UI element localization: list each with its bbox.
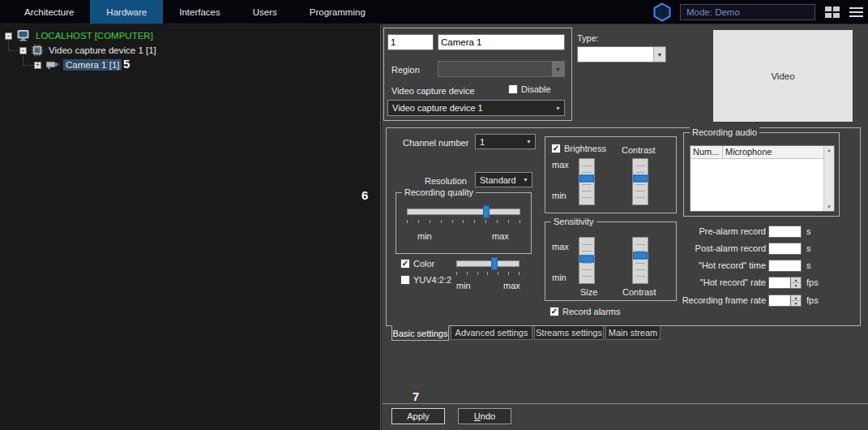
video-preview: Video — [713, 30, 853, 122]
type-label: Type: — [577, 33, 599, 43]
contrast-label: Contrast — [622, 145, 656, 155]
hot-record-rate-input[interactable] — [768, 277, 791, 289]
tab-programming[interactable]: Programming — [293, 0, 382, 24]
chevron-down-icon: ▼ — [653, 47, 665, 62]
record-alarms-checkbox-box[interactable] — [549, 307, 559, 316]
slider-handle[interactable] — [579, 174, 594, 182]
tab-advanced-settings[interactable]: Advanced settings — [451, 326, 532, 340]
region-select[interactable]: ▼ — [438, 61, 565, 77]
pre-alarm-record-label: Pre-alarm record — [649, 226, 766, 238]
expand-toggle[interactable]: + — [34, 62, 41, 69]
layout-grid-icon[interactable] — [824, 6, 840, 19]
chevron-down-icon: ▼ — [552, 101, 564, 115]
pre-alarm-record-unit: s — [806, 226, 811, 238]
tree-item-video-capture-device[interactable]: - Video capture device 1 [1] — [19, 44, 159, 57]
bc-max-label: max — [552, 160, 569, 170]
brightness-checkbox-box[interactable] — [551, 144, 561, 153]
column-header-number[interactable]: Num... — [691, 146, 723, 158]
spin-down-icon[interactable]: ▼ — [791, 300, 801, 306]
channel-number-select[interactable]: 1 ▼ — [475, 134, 536, 149]
tree-item-camera-1[interactable]: + Camera 1 [1] — [34, 58, 122, 71]
slider-ticks — [456, 272, 520, 275]
video-capture-device-label: Video capture device — [391, 86, 475, 96]
recording-frame-rate-label: Recording frame rate — [649, 295, 766, 307]
hot-record-rate-spinner[interactable]: ▲▼ — [791, 277, 802, 289]
collapse-toggle[interactable]: - — [5, 32, 12, 40]
hardware-tree-panel: - LOCALHOST [COMPUTER] - Video capture d… — [0, 24, 381, 430]
apply-button[interactable]: Apply — [391, 408, 445, 424]
undo-button[interactable]: Undo — [458, 408, 511, 424]
tab-hardware[interactable]: Hardware — [90, 0, 163, 24]
recording-frame-rate-input[interactable] — [768, 295, 791, 307]
tab-streams-settings[interactable]: Streams settings — [534, 326, 604, 340]
topbar-right-controls: Mode: Demo — [653, 0, 863, 24]
tab-main-stream[interactable]: Main stream — [605, 326, 661, 340]
tree-item-label[interactable]: LOCALHOST [COMPUTER] — [33, 30, 156, 41]
step-annotation-5: 5 — [123, 57, 130, 71]
channel-number-value: 1 — [476, 137, 523, 147]
disable-checkbox-label: Disable — [521, 84, 551, 94]
disable-checkbox-box[interactable] — [508, 84, 518, 94]
microphone-table-body[interactable] — [691, 159, 823, 211]
brightness-slider[interactable] — [579, 158, 595, 205]
tab-architecture[interactable]: Architecture — [8, 0, 90, 24]
recording-frame-rate-unit: fps — [806, 295, 819, 307]
post-alarm-record-row: Post-alarm record s — [382, 243, 868, 255]
camera-id-input[interactable] — [387, 34, 434, 50]
hot-record-rate-label: "Hot record" rate — [649, 277, 766, 289]
capture-device-chip-icon — [32, 45, 43, 56]
disable-checkbox[interactable]: Disable — [508, 84, 551, 94]
column-header-microphone[interactable]: Microphone — [723, 146, 823, 158]
chevron-down-icon: ▼ — [552, 62, 564, 76]
chevron-down-icon: ▼ — [523, 135, 535, 148]
microphone-table[interactable]: Num... Microphone ▲▼ — [690, 145, 835, 212]
tab-interfaces[interactable]: Interfaces — [163, 0, 237, 24]
spin-down-icon[interactable]: ▼ — [791, 282, 801, 288]
camera-icon — [46, 60, 60, 70]
record-alarms-checkbox-label: Record alarms — [562, 307, 621, 316]
recording-frame-rate-spinner[interactable]: ▲▼ — [791, 295, 802, 307]
tree-item-label[interactable]: Camera 1 [1] — [63, 59, 122, 71]
tab-users[interactable]: Users — [237, 0, 293, 24]
recording-quality-title: Recording quality — [402, 187, 476, 198]
hot-record-time-input[interactable] — [768, 260, 802, 272]
contrast-slider[interactable] — [632, 158, 648, 205]
hot-record-rate-unit: fps — [806, 277, 819, 289]
camera-name-input[interactable] — [438, 34, 565, 50]
slider-handle[interactable] — [633, 174, 648, 182]
tree-connector — [24, 65, 33, 66]
record-alarms-checkbox[interactable]: Record alarms — [549, 307, 621, 316]
type-select[interactable]: ▼ — [577, 46, 666, 62]
video-capture-device-select[interactable]: Video capture device 1 ▼ — [387, 100, 565, 116]
scroll-up-icon[interactable]: ▲ — [827, 148, 832, 153]
application-window: Architecture Hardware Interfaces Users P… — [0, 0, 868, 430]
app-logo-hexagon-icon — [653, 2, 671, 22]
recording-quality-slider[interactable] — [407, 205, 520, 218]
region-label: Region — [391, 65, 420, 75]
pre-alarm-record-input[interactable] — [768, 226, 802, 238]
table-scrollbar[interactable]: ▲▼ — [823, 146, 834, 211]
resolution-select[interactable]: Standard ▼ — [475, 172, 532, 187]
slider-track[interactable] — [407, 209, 520, 215]
recording-audio-title: Recording audio — [690, 127, 759, 138]
brightness-checkbox-label: Brightness — [564, 144, 606, 153]
top-menu-bar: Architecture Hardware Interfaces Users P… — [0, 0, 868, 24]
scroll-down-icon[interactable]: ▼ — [827, 204, 832, 209]
video-preview-label: Video — [771, 71, 794, 81]
post-alarm-record-input[interactable] — [768, 243, 802, 255]
bc-min-label: min — [552, 191, 567, 200]
channel-number-label: Channel number — [403, 138, 468, 148]
tab-basic-settings[interactable]: Basic settings — [391, 325, 449, 341]
hot-record-time-unit: s — [806, 260, 811, 272]
tree-item-label[interactable]: Video capture device 1 [1] — [46, 45, 159, 56]
hot-record-rate-row: "Hot record" rate ▲▼ fps — [382, 277, 868, 289]
main-menu: Architecture Hardware Interfaces Users P… — [0, 0, 382, 24]
hamburger-menu-icon[interactable] — [849, 7, 863, 17]
collapse-toggle[interactable]: - — [19, 47, 27, 54]
brightness-checkbox[interactable]: Brightness — [551, 144, 606, 153]
slider-handle[interactable] — [483, 205, 490, 218]
tree-item-localhost[interactable]: - LOCALHOST [COMPUTER] — [5, 29, 156, 42]
resolution-value: Standard — [476, 175, 520, 185]
mode-indicator[interactable]: Mode: Demo — [680, 4, 815, 20]
chevron-down-icon: ▼ — [520, 173, 532, 187]
